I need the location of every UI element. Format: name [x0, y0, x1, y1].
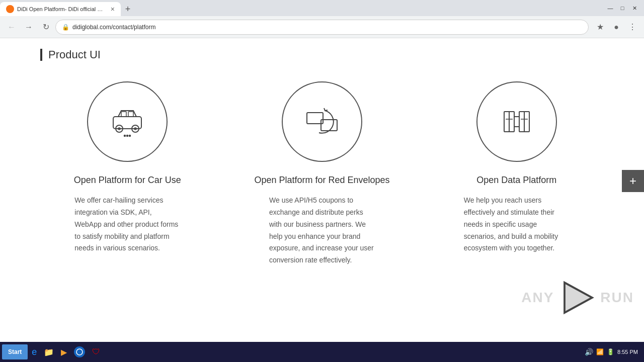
- data-platform-title: Open Data Platform: [476, 174, 556, 187]
- media-icon: ▶: [61, 347, 67, 357]
- url-text: didiglobal.com/contact/platform: [72, 24, 582, 31]
- tab-close-button[interactable]: ×: [111, 5, 115, 13]
- antivirus-icon: 🛡: [92, 347, 100, 356]
- cards-container: Open Platform for Car Use We offer car-h…: [40, 81, 604, 266]
- tab-favicon: [6, 5, 14, 13]
- section-header: Product UI: [40, 48, 604, 61]
- svg-point-9: [129, 135, 131, 137]
- address-bar[interactable]: 🔒 didiglobal.com/contact/platform: [55, 20, 589, 35]
- taskbar-clock: 8:55 PM: [617, 348, 638, 355]
- chrome-icon: [74, 346, 85, 357]
- data-icon: [497, 102, 537, 142]
- back-button[interactable]: ←: [4, 20, 19, 35]
- taskbar-chrome-icon[interactable]: [71, 344, 88, 359]
- network-icon: 📶: [596, 348, 604, 355]
- red-envelopes-title: Open Platform for Red Envelopes: [254, 174, 389, 187]
- browser-tab[interactable]: DiDi Open Platform- DiDi official web...…: [0, 2, 121, 16]
- clock-time: 8:55 PM: [617, 348, 638, 355]
- browser-toolbar: ← → ↻ 🔒 didiglobal.com/contact/platform …: [0, 16, 644, 38]
- car-use-title: Open Platform for Car Use: [74, 174, 181, 187]
- card-car-use: Open Platform for Car Use We offer car-h…: [40, 81, 215, 254]
- svg-point-23: [76, 349, 83, 355]
- speaker-icon: 🔊: [585, 348, 593, 356]
- minimize-button[interactable]: —: [605, 3, 616, 14]
- page-content: Product UI: [0, 38, 644, 342]
- red-envelopes-desc: We use API/H5 coupons to exchange and di…: [269, 195, 375, 266]
- forward-button[interactable]: →: [21, 20, 36, 35]
- tab-title: DiDi Open Platform- DiDi official web...: [17, 6, 106, 12]
- car-use-desc: We offer car-hailing services integratio…: [74, 195, 180, 254]
- data-platform-icon-circle: [476, 81, 557, 162]
- title-accent: [40, 49, 42, 61]
- bookmark-button[interactable]: ★: [593, 20, 608, 35]
- svg-marker-22: [565, 283, 592, 313]
- ie-icon: e: [32, 347, 37, 357]
- page-title: Product UI: [48, 48, 101, 61]
- taskbar-media-icon[interactable]: ▶: [58, 344, 70, 359]
- lock-icon: 🔒: [62, 24, 69, 31]
- close-window-button[interactable]: ✕: [629, 3, 640, 14]
- svg-point-7: [124, 135, 126, 137]
- svg-rect-5: [121, 112, 126, 117]
- taskbar-right: 🔊 📶 🔋 8:55 PM: [585, 348, 642, 356]
- account-button[interactable]: ●: [609, 20, 624, 35]
- card-data-platform: Open Data Platform We help you reach use…: [429, 81, 604, 254]
- reload-button[interactable]: ↻: [38, 20, 53, 35]
- svg-point-8: [127, 135, 128, 137]
- window-controls: — □ ✕: [601, 0, 644, 16]
- taskbar-folder-icon[interactable]: 📁: [41, 344, 57, 359]
- card-red-envelopes: Open Platform for Red Envelopes We use A…: [235, 81, 410, 266]
- toolbar-actions: ★ ● ⋮: [593, 20, 640, 35]
- data-platform-desc: We help you reach users effectively and …: [464, 195, 570, 254]
- start-button[interactable]: Start: [2, 344, 28, 359]
- car-use-icon-circle: [87, 81, 168, 162]
- menu-button[interactable]: ⋮: [625, 20, 640, 35]
- fab-button[interactable]: +: [622, 170, 644, 192]
- taskbar-antivirus-icon[interactable]: 🛡: [89, 344, 103, 359]
- folder-icon: 📁: [44, 347, 54, 357]
- car-icon: [107, 102, 147, 142]
- maximize-button[interactable]: □: [617, 3, 628, 14]
- svg-rect-0: [113, 117, 141, 129]
- envelope-exchange-icon: [302, 102, 342, 142]
- new-tab-button[interactable]: +: [121, 2, 135, 16]
- svg-rect-6: [128, 112, 133, 117]
- red-envelopes-icon-circle: [282, 81, 362, 162]
- battery-icon: 🔋: [607, 348, 614, 355]
- taskbar-ie-icon[interactable]: e: [29, 344, 40, 359]
- taskbar: Start e 📁 ▶ 🛡 🔊 📶 🔋 8:5: [0, 342, 644, 362]
